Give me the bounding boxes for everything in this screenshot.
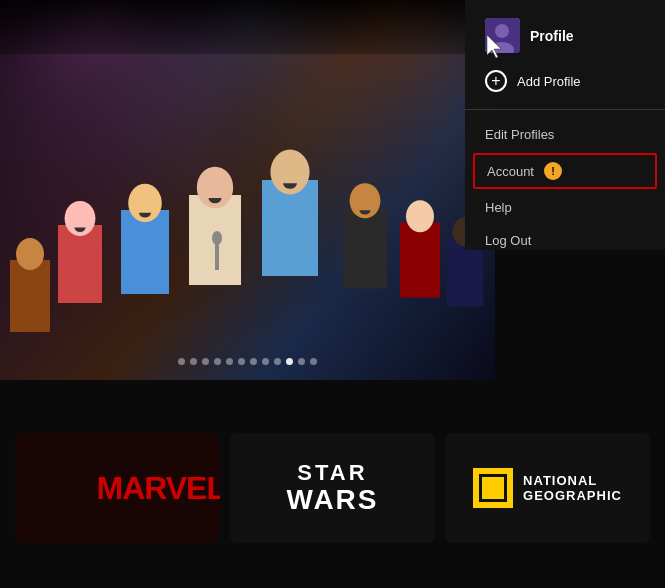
starwars-tile[interactable]: STAR WARS	[230, 433, 435, 543]
dropdown-divider-1	[465, 109, 665, 110]
brand-tiles-section: MARVEL STAR WARS NATIONAL GEOGRAPHIC	[0, 388, 665, 588]
carousel-dot-active[interactable]	[286, 358, 293, 365]
natgeo-line1: NATIONAL	[523, 473, 622, 488]
carousel-dot[interactable]	[274, 358, 281, 365]
add-profile-button[interactable]: + Add Profile	[465, 61, 665, 101]
dropdown-header: Profile	[465, 10, 665, 61]
avatar-image	[485, 18, 520, 53]
account-label: Account	[487, 164, 534, 179]
carousel-dot[interactable]	[214, 358, 221, 365]
natgeo-text: NATIONAL GEOGRAPHIC	[523, 473, 622, 503]
plus-icon: +	[485, 70, 507, 92]
logout-label: Log Out	[485, 233, 531, 248]
hero-image	[0, 0, 495, 380]
carousel-dot[interactable]	[310, 358, 317, 365]
carousel-dot[interactable]	[298, 358, 305, 365]
logout-button[interactable]: Log Out	[465, 224, 665, 257]
carousel-dot[interactable]	[238, 358, 245, 365]
account-button[interactable]: Account !	[473, 153, 657, 189]
avatar	[485, 18, 520, 53]
natgeo-yellow-box	[473, 468, 513, 508]
edit-profiles-button[interactable]: Edit Profiles	[465, 118, 665, 151]
natgeo-logo: NATIONAL GEOGRAPHIC	[473, 468, 622, 508]
natgeo-tile[interactable]: NATIONAL GEOGRAPHIC	[445, 433, 650, 543]
natgeo-line2: GEOGRAPHIC	[523, 488, 622, 503]
edit-profiles-label: Edit Profiles	[485, 127, 554, 142]
add-profile-label: Add Profile	[517, 74, 581, 89]
starwars-line1: STAR	[287, 461, 379, 485]
carousel-dots	[0, 358, 495, 365]
svg-point-1	[495, 24, 509, 38]
carousel-dot[interactable]	[202, 358, 209, 365]
help-button[interactable]: Help	[465, 191, 665, 224]
carousel-dot[interactable]	[250, 358, 257, 365]
help-label: Help	[485, 200, 512, 215]
profile-dropdown: Profile + Add Profile Edit Profiles Acco…	[465, 0, 665, 250]
natgeo-box-inner	[479, 474, 507, 502]
carousel-dot[interactable]	[190, 358, 197, 365]
hero-section	[0, 0, 495, 380]
marvel-tile[interactable]: MARVEL	[15, 433, 220, 543]
warning-icon: !	[544, 162, 562, 180]
starwars-line2: WARS	[287, 485, 379, 516]
carousel-dot[interactable]	[226, 358, 233, 365]
carousel-dot[interactable]	[178, 358, 185, 365]
carousel-dot[interactable]	[262, 358, 269, 365]
profile-name: Profile	[530, 28, 574, 44]
marvel-logo-text: MARVEL	[96, 470, 220, 507]
starwars-logo: STAR WARS	[287, 461, 379, 516]
